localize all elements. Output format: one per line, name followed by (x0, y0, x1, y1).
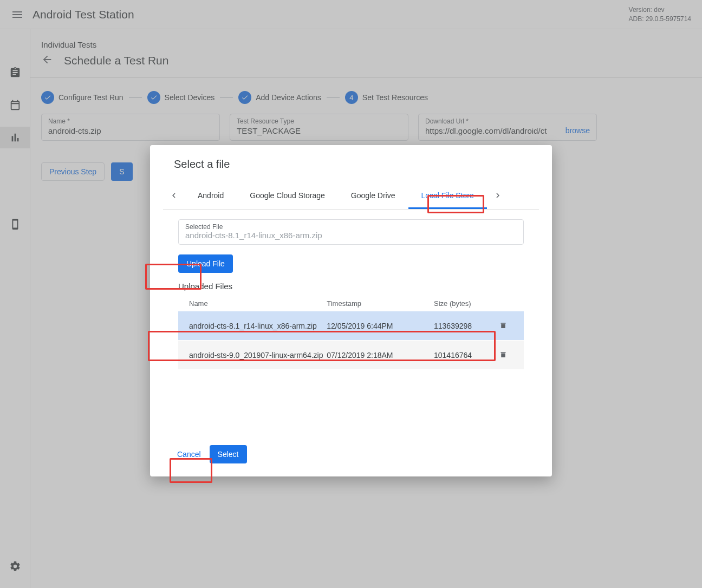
delete-file-icon[interactable] (493, 320, 513, 331)
selected-file-value: android-cts-8.1_r14-linux_x86-arm.zip (185, 231, 517, 240)
modal-overlay: Select a file Android Google Cloud Stora… (0, 0, 702, 588)
col-name: Name (189, 299, 327, 308)
uploaded-files-title: Uploaded Files (163, 282, 539, 291)
select-button[interactable]: Select (210, 445, 247, 463)
col-size: Size (bytes) (434, 299, 493, 308)
files-table: Name Timestamp Size (bytes) android-cts-… (178, 296, 524, 369)
tab-gcs[interactable]: Google Cloud Storage (237, 184, 338, 209)
delete-file-icon[interactable] (493, 349, 513, 361)
file-size: 101416764 (434, 351, 493, 360)
selected-file-field[interactable]: Selected File android-cts-8.1_r14-linux_… (178, 219, 524, 245)
selected-file-label: Selected File (185, 223, 517, 231)
file-size: 113639298 (434, 322, 493, 330)
file-name: android-cts-8.1_r14-linux_x86-arm.zip (189, 322, 327, 330)
tabs-prev-icon[interactable] (163, 185, 185, 208)
col-timestamp: Timestamp (327, 299, 434, 308)
tab-android[interactable]: Android (185, 184, 237, 209)
tabs-next-icon[interactable] (487, 185, 509, 208)
file-row[interactable]: android-sts-9.0_201907-linux-arm64.zip 0… (178, 340, 524, 369)
dialog-title: Select a file (163, 158, 539, 171)
file-timestamp: 07/12/2019 2:18AM (327, 351, 434, 360)
file-name: android-sts-9.0_201907-linux-arm64.zip (189, 351, 327, 360)
tab-local-file-store[interactable]: Local File Store (408, 184, 487, 209)
tabs: Android Google Cloud Storage Google Driv… (163, 184, 539, 210)
select-file-dialog: Select a file Android Google Cloud Stora… (150, 145, 552, 476)
file-timestamp: 12/05/2019 6:44PM (327, 322, 434, 330)
upload-file-button[interactable]: Upload File (178, 254, 233, 273)
file-row[interactable]: android-cts-8.1_r14-linux_x86-arm.zip 12… (178, 311, 524, 340)
tab-drive[interactable]: Google Drive (338, 184, 408, 209)
cancel-button[interactable]: Cancel (174, 446, 204, 463)
